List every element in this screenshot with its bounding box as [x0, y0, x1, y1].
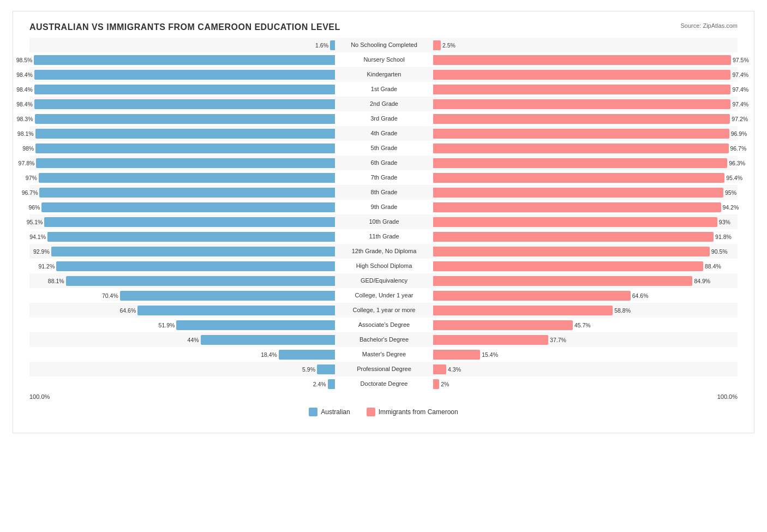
bottom-left-label: 100.0%: [29, 393, 50, 400]
center-label: High School Diploma: [335, 262, 433, 270]
left-section: 18.4%: [29, 347, 335, 362]
bar-row: 18.4%Master's Degree15.4%: [29, 347, 738, 362]
source-label: Source: ZipAtlas.com: [680, 22, 738, 29]
right-section: 84.9%: [433, 273, 739, 288]
legend-label-australian: Australian: [321, 408, 350, 416]
bar-right: [433, 173, 724, 183]
legend: Australian Immigrants from Cameroon: [29, 408, 738, 416]
bar-left: [66, 276, 335, 286]
bar-right: [433, 144, 729, 153]
legend-label-cameroon: Immigrants from Cameroon: [379, 408, 458, 416]
left-section: 91.2%: [29, 259, 335, 273]
center-label: Bachelor's Degree: [335, 336, 433, 343]
center-label: 12th Grade, No Diploma: [335, 248, 433, 255]
bar-left: [44, 217, 335, 227]
value-left: 97.8%: [19, 160, 35, 166]
chart-area: 1.6%No Schooling Completed2.5%98.5%Nurse…: [29, 38, 738, 400]
value-left: 18.4%: [261, 351, 277, 358]
right-section: 96.9%: [433, 126, 739, 141]
center-label: 10th Grade: [335, 218, 433, 225]
chart-container: AUSTRALIAN VS IMMIGRANTS FROM CAMEROON E…: [13, 11, 754, 433]
legend-box-australian: [309, 408, 317, 416]
bar-row: 70.4%College, Under 1 year64.6%: [29, 288, 738, 303]
legend-item-australian: Australian: [309, 408, 350, 416]
left-section: 2.4%: [29, 376, 335, 391]
right-section: 88.4%: [433, 259, 739, 273]
bar-left: [35, 114, 335, 124]
bar-row: 64.6%College, 1 year or more58.8%: [29, 303, 738, 318]
left-section: 51.9%: [29, 318, 335, 332]
bar-row: 98%5th Grade96.7%: [29, 141, 738, 156]
bar-right: [433, 85, 730, 94]
legend-item-cameroon: Immigrants from Cameroon: [367, 408, 458, 416]
bar-right: [433, 55, 731, 65]
bottom-labels: 100.0% 100.0%: [29, 393, 738, 400]
center-label: 6th Grade: [335, 159, 433, 166]
left-section: 98.4%: [29, 82, 335, 97]
right-section: 90.5%: [433, 244, 739, 259]
right-section: 58.8%: [433, 303, 739, 318]
value-right: 45.7%: [574, 322, 591, 328]
legend-box-cameroon: [367, 408, 375, 416]
bar-row: 95.1%10th Grade93%: [29, 214, 738, 229]
center-label: 9th Grade: [335, 204, 433, 211]
left-section: 98.1%: [29, 126, 335, 141]
bar-row: 98.4%1st Grade97.4%: [29, 82, 738, 97]
bar-left: [41, 202, 335, 212]
value-right: 64.6%: [632, 292, 649, 299]
center-label: Master's Degree: [335, 351, 433, 358]
value-left: 88.1%: [48, 278, 64, 284]
value-right: 95%: [725, 189, 736, 196]
bar-left: [176, 320, 335, 330]
bar-right: [433, 202, 721, 212]
left-section: 64.6%: [29, 303, 335, 318]
right-section: 2.5%: [433, 38, 739, 52]
value-left: 98%: [22, 145, 34, 152]
bar-row: 96%9th Grade94.2%: [29, 200, 738, 214]
center-label: Associate's Degree: [335, 321, 433, 328]
value-right: 93%: [719, 219, 730, 225]
left-section: 1.6%: [29, 38, 335, 52]
bar-left: [279, 350, 335, 360]
bar-row: 5.9%Professional Degree4.3%: [29, 362, 738, 376]
right-section: 95.4%: [433, 170, 739, 185]
left-section: 98%: [29, 141, 335, 156]
value-right: 2%: [441, 381, 449, 387]
bar-right: [433, 379, 439, 389]
bar-right: [433, 291, 631, 301]
right-section: 97.4%: [433, 97, 739, 111]
bar-right: [433, 158, 727, 168]
center-label: GED/Equivalency: [335, 277, 433, 284]
value-right: 94.2%: [723, 204, 739, 211]
bottom-right-label: 100.0%: [717, 393, 738, 400]
bar-row: 97%7th Grade95.4%: [29, 170, 738, 185]
bar-row: 1.6%No Schooling Completed2.5%: [29, 38, 738, 52]
bar-right: [433, 320, 573, 330]
value-left: 98.1%: [17, 130, 34, 137]
center-label: 5th Grade: [335, 145, 433, 152]
bar-row: 98.3%3rd Grade97.2%: [29, 111, 738, 126]
bar-right: [433, 232, 714, 242]
bar-left: [35, 129, 335, 139]
value-left: 95.1%: [27, 219, 43, 225]
center-label: 3rd Grade: [335, 115, 433, 122]
bar-left: [39, 173, 335, 183]
bar-row: 51.9%Associate's Degree45.7%: [29, 318, 738, 332]
bar-row: 92.9%12th Grade, No Diploma90.5%: [29, 244, 738, 259]
bar-left: [35, 144, 335, 153]
center-label: 8th Grade: [335, 189, 433, 196]
bar-left: [328, 379, 335, 389]
bar-row: 44%Bachelor's Degree37.7%: [29, 332, 738, 347]
bar-right: [433, 99, 730, 109]
bar-right: [433, 261, 703, 271]
value-right: 97.2%: [732, 116, 748, 122]
center-label: Nursery School: [335, 56, 433, 63]
center-label: 2nd Grade: [335, 100, 433, 107]
bar-right: [433, 70, 730, 80]
value-right: 4.3%: [448, 366, 461, 373]
value-left: 98.4%: [16, 71, 33, 78]
bar-left: [120, 291, 335, 301]
left-section: 98.5%: [29, 52, 335, 67]
bar-row: 98.4%Kindergarten97.4%: [29, 67, 738, 82]
right-section: 64.6%: [433, 288, 739, 303]
